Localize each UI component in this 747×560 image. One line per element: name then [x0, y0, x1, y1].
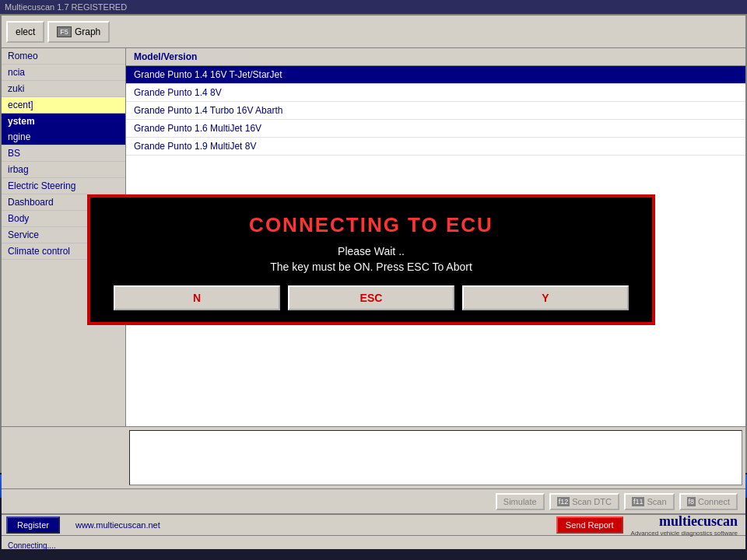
connect-label: Connect — [698, 497, 730, 506]
modal-line2: The key must be ON. Press ESC To Abort — [114, 261, 629, 273]
modal-buttons: N ESC Y — [114, 285, 629, 310]
connecting-status-bar: Connecting.... — [2, 535, 745, 549]
sidebar-item-bs[interactable]: BS — [2, 145, 125, 162]
brand-logo: multiecuscan Advanced vehicle diagnostic… — [631, 513, 738, 537]
model-item-0[interactable]: Grande Punto 1.4 16V T-Jet/StarJet — [126, 66, 745, 84]
sidebar-item-romeo[interactable]: Romeo — [2, 48, 125, 65]
scan-fn: f11 — [632, 497, 645, 506]
graph-button[interactable]: F5 Graph — [47, 21, 110, 43]
connecting-text: Connecting.... — [8, 541, 56, 550]
app-area: elect F5 Graph Romeo ncia zuki ecent] ys… — [0, 14, 747, 473]
select-label: elect — [16, 26, 35, 37]
sidebar-item-zuki[interactable]: zuki — [2, 81, 125, 97]
sidebar-item-recent[interactable]: ecent] — [2, 97, 125, 114]
modal-y-button[interactable]: Y — [462, 285, 629, 310]
modal-title: CONNECTING TO ECU — [114, 213, 629, 237]
simulate-label: Simulate — [503, 497, 537, 506]
bottom-area — [2, 426, 745, 488]
scan-button[interactable]: f11 Scan — [624, 493, 675, 510]
f5-badge: F5 — [57, 26, 72, 37]
sidebar-item-ncia[interactable]: ncia — [2, 65, 125, 81]
bottom-sidebar — [2, 427, 126, 488]
brand-tagline: Advanced vehicle diagnostics software — [631, 530, 738, 537]
model-item-2[interactable]: Grande Punto 1.4 Turbo 16V Abarth — [126, 102, 745, 120]
sidebar-item-electric-steering[interactable]: Electric Steering — [2, 178, 125, 194]
action-buttons-row: Simulate f12 Scan DTC f11 Scan f8 Connec… — [2, 488, 745, 513]
select-button[interactable]: elect — [6, 21, 44, 43]
modal-n-button[interactable]: N — [114, 285, 280, 310]
graph-label: Graph — [75, 26, 100, 37]
toolbar: elect F5 Graph — [2, 16, 745, 48]
bottom-content — [129, 430, 742, 485]
simulate-button[interactable]: Simulate — [496, 493, 545, 510]
connect-button[interactable]: f8 Connect — [679, 493, 738, 510]
sidebar-item-airbag[interactable]: irbag — [2, 162, 125, 178]
title-text: Multiecuscan 1.7 REGISTERED — [5, 2, 127, 12]
model-item-1[interactable]: Grande Punto 1.4 8V — [126, 84, 745, 102]
modal-esc-button[interactable]: ESC — [288, 285, 454, 310]
model-item-4[interactable]: Grande Punto 1.9 MultiJet 8V — [126, 138, 745, 156]
title-bar: Multiecuscan 1.7 REGISTERED — [0, 0, 747, 14]
connecting-modal: CONNECTING TO ECU Please Wait .. The key… — [87, 194, 655, 325]
status-bar: Register www.multiecuscan.net Send Repor… — [2, 513, 745, 535]
system-section-header: ystem — [2, 114, 125, 129]
connect-fn: f8 — [687, 497, 696, 506]
model-item-3[interactable]: Grande Punto 1.6 MultiJet 16V — [126, 120, 745, 138]
brand-name: multiecuscan — [659, 513, 738, 530]
model-version-header: Model/Version — [126, 48, 745, 66]
scan-label: Scan — [647, 497, 666, 506]
scan-dtc-label: Scan DTC — [572, 497, 612, 506]
sidebar-item-engine[interactable]: ngine — [2, 129, 125, 145]
send-report-button[interactable]: Send Report — [556, 516, 623, 534]
modal-line1: Please Wait .. — [114, 245, 629, 257]
website-text: www.multiecuscan.net — [75, 520, 160, 530]
scan-dtc-fn: f12 — [557, 497, 570, 506]
register-button[interactable]: Register — [6, 516, 60, 534]
scan-dtc-button[interactable]: f12 Scan DTC — [549, 493, 619, 510]
